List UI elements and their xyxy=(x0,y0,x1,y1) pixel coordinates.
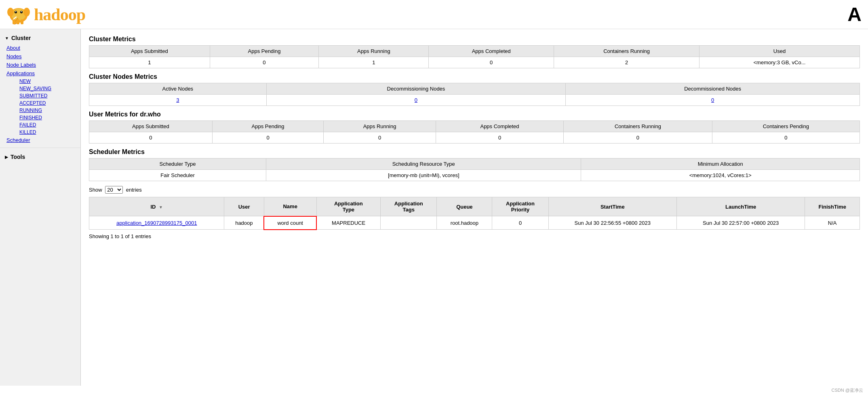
user-metrics-table: Apps Submitted Apps Pending Apps Running… xyxy=(89,120,860,144)
app-starttime-cell: Sun Jul 30 22:56:55 +0800 2023 xyxy=(548,216,676,230)
cm-val-used: <memory:3 GB, vCo... xyxy=(699,57,860,68)
cm-val-submitted: 1 xyxy=(89,57,210,68)
cn-link-decomm[interactable]: 0 xyxy=(415,97,417,103)
sidebar-item-applications[interactable]: Applications xyxy=(0,69,80,78)
content-area: Cluster Metrics Apps Submitted Apps Pend… xyxy=(81,29,868,386)
cn-link-active[interactable]: 3 xyxy=(176,97,179,103)
cluster-section: ▼ Cluster About Nodes Node Labels Applic… xyxy=(0,32,80,144)
showing-text: Showing 1 to 1 of 1 entries xyxy=(89,233,860,239)
um-header-completed: Apps Completed xyxy=(436,121,564,132)
sidebar-item-about[interactable]: About xyxy=(0,44,80,52)
cluster-metrics-title: Cluster Metrics xyxy=(89,36,860,43)
app-header-tags[interactable]: ApplicationTags xyxy=(381,197,437,216)
tools-label: Tools xyxy=(11,154,25,160)
sidebar-item-new[interactable]: NEW xyxy=(13,78,80,85)
svg-point-7 xyxy=(21,11,22,12)
logo-area: hadoop xyxy=(6,3,85,25)
cm-header-containers: Containers Running xyxy=(554,46,699,57)
um-header-pending: Apps Pending xyxy=(212,121,324,132)
sidebar-item-scheduler[interactable]: Scheduler xyxy=(0,136,80,144)
app-finishtime-cell: N/A xyxy=(805,216,860,230)
app-header-name[interactable]: Name xyxy=(264,197,316,216)
table-row: application_1690728993175_0001 hadoop wo… xyxy=(89,216,860,230)
cn-val-decomm: 0 xyxy=(266,95,566,106)
header-letter: A xyxy=(847,3,862,25)
sidebar-item-finished[interactable]: FINISHED xyxy=(13,114,80,121)
sidebar: ▼ Cluster About Nodes Node Labels Applic… xyxy=(0,29,81,386)
um-header-submitted: Apps Submitted xyxy=(89,121,213,132)
cm-val-completed: 0 xyxy=(429,57,554,68)
tools-header[interactable]: ▶ Tools xyxy=(0,151,80,163)
app-header-user[interactable]: User xyxy=(224,197,264,216)
um-val-submitted: 0 xyxy=(89,132,213,144)
app-type-cell: MAPREDUCE xyxy=(316,216,381,230)
svg-rect-9 xyxy=(17,19,19,24)
um-val-running: 0 xyxy=(324,132,436,144)
um-val-pending: 0 xyxy=(212,132,324,144)
cm-val-containers: 2 xyxy=(554,57,699,68)
header: hadoop A xyxy=(0,0,868,29)
scheduler-metrics-table: Scheduler Type Scheduling Resource Type … xyxy=(89,158,860,181)
sm-val-resource-type: [memory-mb (unit=Mi), vcores] xyxy=(266,170,581,181)
um-val-containers-running: 0 xyxy=(564,132,712,144)
entries-select[interactable]: 20 50 100 xyxy=(105,186,123,194)
sidebar-item-node-labels[interactable]: Node Labels xyxy=(0,61,80,69)
sm-val-min-alloc: <memory:1024, vCores:1> xyxy=(581,170,860,181)
sm-header-type: Scheduler Type xyxy=(89,158,266,170)
sm-header-min-alloc: Minimum Allocation xyxy=(581,158,860,170)
svg-point-6 xyxy=(15,11,16,12)
sm-header-resource-type: Scheduling Resource Type xyxy=(266,158,581,170)
tools-arrow: ▶ xyxy=(5,155,8,159)
cn-header-decommissioned: Decommissioned Nodes xyxy=(566,83,860,95)
svg-point-3 xyxy=(23,8,30,17)
sidebar-item-submitted[interactable]: SUBMITTED xyxy=(13,92,80,99)
show-entries-row: Show 20 50 100 entries xyxy=(89,186,860,194)
cluster-label: Cluster xyxy=(11,35,31,41)
cluster-arrow: ▼ xyxy=(5,36,9,40)
sidebar-item-nodes[interactable]: Nodes xyxy=(0,52,80,61)
svg-rect-10 xyxy=(21,19,23,24)
app-queue-cell: root.hadoop xyxy=(437,216,492,230)
svg-rect-8 xyxy=(13,19,15,24)
app-id-cell: application_1690728993175_0001 xyxy=(89,216,224,230)
sidebar-item-new-saving[interactable]: NEW_SAVING xyxy=(13,85,80,92)
main-layout: ▼ Cluster About Nodes Node Labels Applic… xyxy=(0,29,868,386)
cn-val-active: 3 xyxy=(89,95,267,106)
sidebar-item-running[interactable]: RUNNING xyxy=(13,107,80,114)
cn-val-decommissioned: 0 xyxy=(566,95,860,106)
cluster-header[interactable]: ▼ Cluster xyxy=(0,32,80,44)
sidebar-item-failed[interactable]: FAILED xyxy=(13,121,80,129)
cm-val-pending: 0 xyxy=(210,57,319,68)
app-priority-cell: 0 xyxy=(492,216,548,230)
app-header-id[interactable]: ID ▼ xyxy=(89,197,224,216)
logo-text: hadoop xyxy=(34,5,85,24)
sidebar-sub-applications: NEW NEW_SAVING SUBMITTED ACCEPTED RUNNIN… xyxy=(0,78,80,136)
app-header-type[interactable]: ApplicationType xyxy=(316,197,381,216)
id-sort-arrow: ▼ xyxy=(159,205,163,209)
app-user-cell: hadoop xyxy=(224,216,264,230)
cn-header-active: Active Nodes xyxy=(89,83,267,95)
app-header-queue[interactable]: Queue xyxy=(437,197,492,216)
sidebar-item-accepted[interactable]: ACCEPTED xyxy=(13,99,80,107)
sidebar-item-killed[interactable]: KILLED xyxy=(13,129,80,136)
watermark: CSDN @蓝净云 xyxy=(0,386,868,395)
app-header-finishtime[interactable]: FinishTime xyxy=(805,197,860,216)
cluster-metrics-table: Apps Submitted Apps Pending Apps Running… xyxy=(89,45,860,68)
scheduler-metrics-title: Scheduler Metrics xyxy=(89,148,860,156)
um-header-running: Apps Running xyxy=(324,121,436,132)
app-name-cell: word count xyxy=(264,216,316,230)
cn-link-decommissioned[interactable]: 0 xyxy=(711,97,714,103)
um-header-containers-running: Containers Running xyxy=(564,121,712,132)
cm-header-running: Apps Running xyxy=(319,46,429,57)
applications-table: ID ▼ User Name ApplicationType Applicati… xyxy=(89,197,860,230)
app-id-link[interactable]: application_1690728993175_0001 xyxy=(116,220,197,226)
um-header-containers-pending: Containers Pending xyxy=(712,121,860,132)
cm-val-running: 1 xyxy=(319,57,429,68)
entries-label: entries xyxy=(126,187,142,193)
show-label: Show xyxy=(89,187,102,193)
app-header-launchtime[interactable]: LaunchTime xyxy=(676,197,805,216)
app-header-starttime[interactable]: StartTime xyxy=(548,197,676,216)
app-header-priority[interactable]: ApplicationPriority xyxy=(492,197,548,216)
hadoop-elephant-logo xyxy=(6,3,31,25)
cm-header-completed: Apps Completed xyxy=(429,46,554,57)
